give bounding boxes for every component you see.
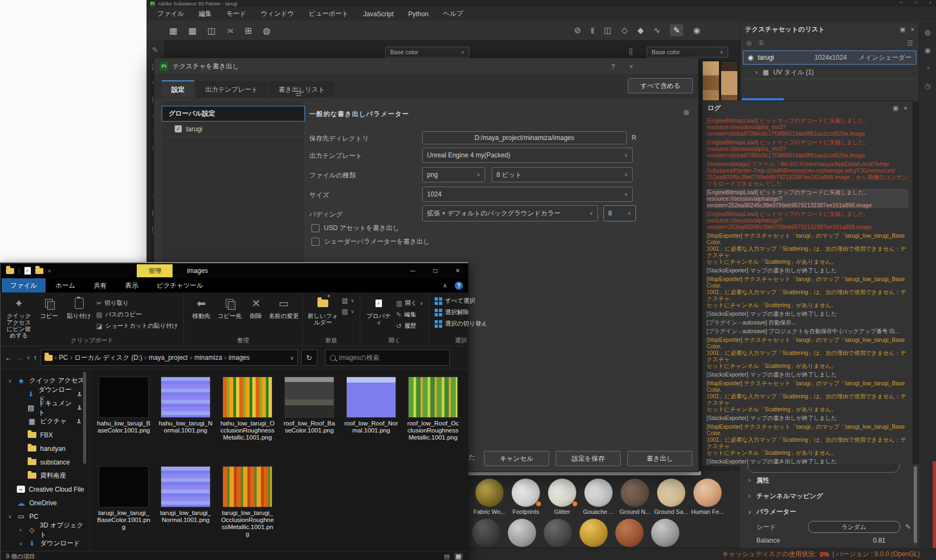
grid-dots-icon[interactable]: ⣿	[628, 48, 634, 55]
sidebar-item[interactable]: ドキュメント	[1, 401, 89, 415]
maximize-icon[interactable]: □	[914, 0, 917, 5]
close-icon[interactable]: ×	[629, 62, 633, 71]
pencil-icon[interactable]: ✎	[906, 523, 911, 531]
maximize-icon[interactable]: □	[434, 267, 437, 275]
material-sphere[interactable]	[580, 519, 608, 547]
viewport-layout-icon[interactable]: ◫	[207, 26, 215, 36]
display-mode-icon[interactable]: ◫	[604, 26, 612, 35]
bitdepth-select[interactable]: 8 ビット ∨	[492, 167, 633, 182]
search-input[interactable]: imagesの検索	[325, 349, 450, 366]
dock-panel-icon[interactable]: ◉	[925, 46, 931, 54]
expand-chevron-icon[interactable]: ∨	[19, 541, 24, 546]
log-entry[interactable]: [StacksExporter] マップの書き出しが終了しました	[706, 310, 908, 317]
properties-quick-icon[interactable]: ✓	[24, 267, 31, 275]
cut-button[interactable]: ✂切り取り	[96, 299, 178, 307]
channel-select-right[interactable]: Base color ∨	[647, 47, 728, 58]
template-select[interactable]: Unreal Engine 4 my(Packed) ∨	[422, 148, 633, 163]
new-item-icon[interactable]: ▨∨	[342, 308, 354, 315]
sidebar-item[interactable]: FBX	[1, 428, 89, 442]
log-entry[interactable]: [MapExporter] テクスチャセット「tarugi」のマップ「tarug…	[706, 232, 908, 265]
select-all-button[interactable]: すべて選択	[435, 297, 487, 305]
breadcrumb[interactable]: › PC › ローカル ディスク (D:) › maya_project › m…	[41, 349, 298, 366]
material-item[interactable]: Footprints	[508, 479, 543, 515]
eye-icon[interactable]: ◉	[748, 54, 753, 61]
manage-contextual-tab[interactable]: 管理	[137, 264, 173, 277]
properties-button[interactable]: ✓ プロパティ	[364, 296, 394, 326]
viewport-layout-icon[interactable]: ▦	[169, 26, 177, 36]
menu-item[interactable]: ウィンドウ	[261, 9, 294, 18]
expand-chevron-icon[interactable]: >	[19, 527, 24, 533]
expand-chevron-icon[interactable]: ∨	[8, 378, 13, 384]
checkbox-icon[interactable]	[311, 238, 320, 246]
texture-set-checkbox-row[interactable]: ✓ tarugi	[162, 122, 305, 137]
attributes-section[interactable]: > 属性	[740, 473, 919, 488]
sidebar-item[interactable]: substance	[1, 455, 89, 469]
file-item[interactable]: tarugi_low_tarugi_Normal.1001.png	[158, 466, 213, 538]
log-entry[interactable]: [EngineBitmapLoad] ビットマップのデコードに失敗しました。 r…	[706, 211, 908, 230]
close-icon[interactable]: ×	[929, 0, 932, 5]
refresh-icon[interactable]: ↻	[301, 349, 317, 366]
viewport-layout-icon[interactable]: ◍	[263, 26, 270, 36]
help-icon[interactable]: ?	[455, 282, 463, 290]
checkbox-icon[interactable]	[311, 224, 320, 232]
log-entry[interactable]: [EngineBitmapLoad] ビットマップのデコードに失敗しました。 r…	[706, 189, 908, 208]
viewport-layout-icon[interactable]: ▩	[188, 26, 196, 36]
log-entry[interactable]: [StacksExporter] マップの書き出しが終了しました	[706, 267, 908, 273]
padding-size-select[interactable]: 8 ∨	[603, 205, 636, 221]
ribbon-tab[interactable]: 共有	[85, 278, 116, 292]
file-item[interactable]: tarugi_low_tarugi_BaseColor.1001.png	[96, 466, 151, 538]
material-item[interactable]: Glitter	[545, 479, 580, 515]
file-item[interactable]: roof_low_Roof_Normal.1001.png	[343, 377, 399, 441]
usd-export-checkbox[interactable]: USD アセットを書き出し	[311, 224, 399, 233]
breadcrumb-item[interactable]: minamiza	[194, 354, 222, 361]
pin-quick-access-button[interactable]: ✦ クイック アクセス にピン留めする	[4, 296, 34, 339]
material-mode-icon[interactable]: ◎	[746, 39, 752, 47]
log-entry[interactable]: [EngineBitmapLoad] ビットマップのデコードに失敗しました。 r…	[706, 139, 908, 158]
log-entry[interactable]: [ResourceImage] ファイル「file:///C:/Users/sa…	[706, 161, 908, 187]
menu-item[interactable]: 編集	[199, 9, 212, 18]
material-item[interactable]: Human Fe...	[690, 479, 725, 515]
collapse-ribbon-icon[interactable]: ∧	[443, 282, 447, 289]
sidebar-item[interactable]: 資料南座	[1, 469, 89, 482]
breadcrumb-item[interactable]: maya_project	[149, 354, 188, 361]
filetype-select[interactable]: png ∨	[422, 167, 485, 182]
menu-item[interactable]: ヘルプ	[443, 9, 463, 18]
breadcrumb-item[interactable]: images	[228, 354, 250, 361]
minimize-icon[interactable]: ─	[900, 0, 903, 5]
invert-selection-button[interactable]: 選択の切り替え	[435, 320, 487, 328]
save-settings-button[interactable]: 設定を保存	[556, 451, 621, 466]
tool-icon[interactable]: ✎	[152, 46, 158, 54]
material-item[interactable]: Gouache ...	[581, 479, 616, 515]
breadcrumb-item[interactable]: PC	[59, 354, 68, 361]
copy-path-button[interactable]: ▤パスのコピー	[96, 310, 178, 319]
solo-view-icon[interactable]: ①	[758, 39, 764, 47]
forward-icon[interactable]: →	[16, 353, 23, 362]
global-settings-row[interactable]: グローバル設定	[162, 106, 305, 122]
copy-button[interactable]: コピー	[34, 296, 63, 319]
sidebar-item[interactable]: ∨ ダウンロード	[1, 537, 89, 550]
ribbon-tab[interactable]: ホーム	[47, 278, 84, 292]
paste-button[interactable]: 貼り付け	[64, 296, 94, 319]
dock-panel-icon[interactable]: ◍	[925, 28, 931, 36]
dialog-tab[interactable]: 出力テンプレート	[195, 81, 268, 98]
file-item[interactable]: tarugi_low_tarugi_OcclusionRoughnessMeta…	[220, 466, 275, 538]
details-view-icon[interactable]: ▤	[444, 553, 449, 560]
balance-value[interactable]: 0.81	[873, 537, 886, 544]
ribbon-tab[interactable]: ファイル	[2, 278, 46, 292]
log-entry[interactable]: [StacksExporter] マップの書き出しが終了しました	[706, 415, 908, 421]
history-chevron-icon[interactable]: ∨	[27, 355, 30, 360]
copy-to-button[interactable]: コピー先	[215, 296, 244, 319]
viewport-layout-icon[interactable]: ⊞	[245, 26, 252, 36]
dialog-tab[interactable]: 設定	[162, 80, 194, 98]
back-icon[interactable]: ←	[5, 353, 12, 362]
menu-item[interactable]: ファイル	[157, 9, 184, 18]
material-sphere[interactable]	[651, 519, 679, 547]
material-sphere[interactable]	[544, 519, 572, 547]
delete-button[interactable]: ✕ 削除	[244, 296, 269, 319]
viewport-layout-icon[interactable]: ≍	[226, 26, 233, 36]
clear-icon[interactable]: ⊗	[683, 108, 690, 117]
dir-input[interactable]: D:/maya_project/minamiza/images	[422, 131, 627, 144]
dialog-tab[interactable]: 書き出しリスト	[269, 81, 334, 98]
material-sphere[interactable]	[472, 519, 500, 547]
padding-select[interactable]: 拡張 + デフォルトのバックグラウンドカラー ∨	[422, 205, 598, 221]
